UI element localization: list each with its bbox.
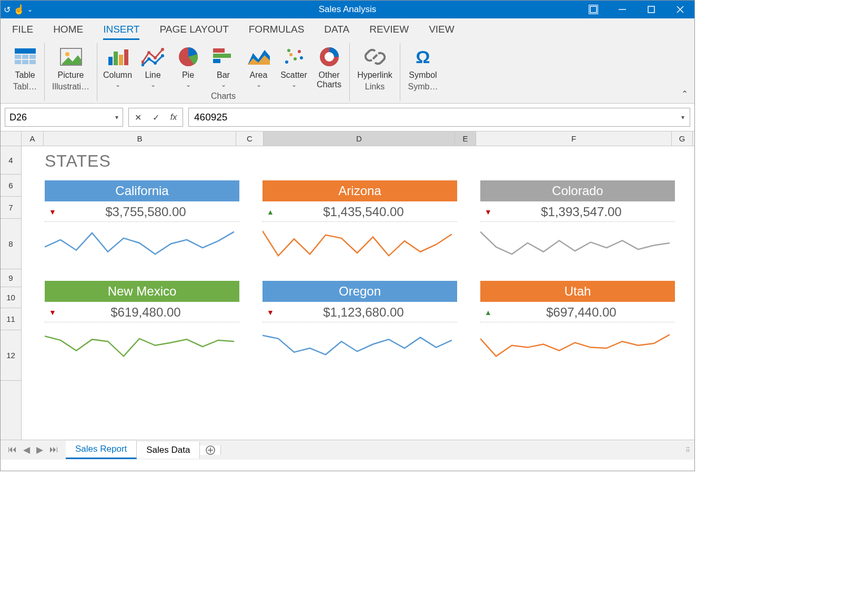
svg-point-14 (65, 52, 69, 56)
svg-rect-15 (108, 57, 113, 65)
scatter-chart-button[interactable]: Scatter⌄ (279, 43, 309, 89)
col-header[interactable]: F (476, 131, 672, 146)
name-box[interactable]: D26▾ (5, 108, 123, 127)
tab-insert[interactable]: INSERT (103, 24, 139, 40)
row-header[interactable]: 7 (1, 197, 21, 219)
fx-icon[interactable]: fx (165, 113, 183, 122)
row-header[interactable]: 8 (1, 219, 21, 269)
column-chart-button[interactable]: Column⌄ (103, 43, 133, 89)
sparkline-chart (480, 222, 675, 266)
enter-formula-button[interactable]: ✓ (147, 113, 165, 123)
next-sheet-button[interactable]: ▶ (34, 444, 45, 455)
tab-view[interactable]: VIEW (429, 24, 455, 40)
row-header[interactable]: 10 (1, 287, 21, 308)
trend-arrow-icon: ▼ (49, 308, 56, 317)
card-amount: $3,755,580.00 (56, 205, 235, 219)
row-header[interactable]: 9 (1, 269, 21, 287)
trend-arrow-icon: ▼ (49, 207, 56, 217)
page-title: STATES (45, 151, 689, 171)
card-value-row: ▲ $697,440.00 (480, 302, 675, 322)
ribbon-display-options[interactable] (579, 1, 608, 18)
table-icon (14, 45, 37, 68)
svg-rect-29 (213, 54, 231, 58)
row-header[interactable]: 4 (1, 146, 21, 175)
row-headers: 4 6 7 8 9 10 11 12 (1, 146, 22, 440)
col-header[interactable]: E (455, 131, 476, 146)
tab-file[interactable]: FILE (12, 24, 33, 40)
group-illustrations-label: Illustrati… (50, 82, 92, 92)
tab-data[interactable]: DATA (324, 24, 349, 40)
chevron-down-icon: ⌄ (256, 81, 261, 88)
row-header[interactable]: 6 (1, 175, 21, 197)
svg-rect-7 (15, 55, 21, 59)
column-chart-icon (106, 45, 129, 68)
tab-formulas[interactable]: FORMULAS (249, 24, 305, 40)
pie-chart-button[interactable]: Pie⌄ (173, 43, 203, 89)
card-header: Oregon (263, 281, 457, 302)
col-header[interactable]: D (264, 131, 455, 146)
other-charts-button[interactable]: Other Charts (314, 43, 344, 89)
card-value-row: ▼ $3,755,580.00 (45, 201, 239, 222)
sparkline-chart (263, 322, 457, 367)
svg-rect-3 (648, 6, 654, 13)
chevron-down-icon[interactable]: ▾ (681, 114, 684, 121)
touch-mode-icon[interactable]: ☝ (13, 4, 25, 15)
select-all-cell[interactable] (1, 131, 22, 146)
sparkline-chart (45, 322, 239, 367)
table-button[interactable]: Table (11, 43, 39, 80)
resize-grip-icon[interactable]: ⠿ (685, 446, 694, 454)
card-header: Colorado (480, 180, 675, 201)
maximize-button[interactable] (637, 1, 665, 18)
svg-point-34 (289, 53, 292, 56)
tab-review[interactable]: REVIEW (369, 24, 409, 40)
area-chart-button[interactable]: Area⌄ (244, 43, 274, 89)
svg-rect-28 (213, 48, 225, 53)
chevron-down-icon: ⌄ (291, 81, 297, 88)
sheet-tab-sales-report[interactable]: Sales Report (66, 441, 137, 459)
group-links-label: Links (355, 82, 395, 92)
formula-input[interactable]: 460925▾ (188, 108, 690, 127)
sheet-tab-sales-data[interactable]: Sales Data (137, 442, 200, 459)
hyperlink-button[interactable]: Hyperlink (355, 43, 395, 80)
chevron-down-icon[interactable]: ▾ (115, 114, 118, 121)
svg-rect-6 (15, 48, 36, 54)
last-sheet-button[interactable]: ⏭ (47, 444, 60, 455)
card-header: Utah (480, 281, 675, 302)
svg-rect-30 (213, 59, 220, 63)
row-header[interactable]: 12 (1, 330, 21, 381)
formula-bar: D26▾ ✕ ✓ fx 460925▾ (1, 104, 694, 131)
minimize-button[interactable] (608, 1, 637, 18)
svg-rect-10 (15, 60, 21, 64)
add-sheet-button[interactable] (200, 445, 221, 455)
worksheet-grid[interactable]: 4 6 7 8 9 10 11 12 STATES California ▼ $… (1, 146, 694, 440)
svg-rect-0 (590, 6, 597, 13)
sheet-tab-bar: ⏮ ◀ ▶ ⏭ Sales Report Sales Data ⠿ (1, 440, 694, 460)
ribbon-tabs: FILE HOME INSERT PAGE LAYOUT FORMULAS DA… (1, 18, 694, 40)
svg-rect-8 (22, 55, 28, 59)
col-header[interactable]: A (22, 131, 44, 146)
quickaccess-dropdown-icon[interactable]: ⌄ (27, 6, 33, 13)
tab-home[interactable]: HOME (53, 24, 83, 40)
col-header[interactable]: G (672, 131, 693, 146)
picture-button[interactable]: Picture (50, 43, 92, 80)
col-header[interactable]: C (236, 131, 264, 146)
card-amount: $1,435,540.00 (274, 205, 453, 219)
svg-point-26 (161, 54, 164, 57)
svg-rect-9 (29, 55, 36, 59)
tab-page-layout[interactable]: PAGE LAYOUT (159, 24, 228, 40)
collapse-ribbon-icon[interactable]: ⌃ (681, 89, 688, 99)
first-sheet-button[interactable]: ⏮ (6, 444, 19, 455)
bar-chart-button[interactable]: Bar⌄ (208, 43, 238, 89)
svg-point-40 (325, 52, 334, 62)
col-header[interactable]: B (44, 131, 236, 146)
card-amount: $697,440.00 (492, 305, 671, 320)
card-amount: $619,480.00 (56, 305, 235, 320)
cancel-formula-button[interactable]: ✕ (129, 113, 147, 123)
symbol-button[interactable]: ΩSymbol (406, 43, 440, 80)
line-chart-button[interactable]: Line⌄ (138, 43, 168, 89)
scatter-chart-icon (282, 45, 306, 68)
close-button[interactable] (665, 1, 694, 18)
quickaccess-item[interactable]: ↺ (4, 5, 11, 15)
row-header[interactable]: 11 (1, 308, 21, 330)
prev-sheet-button[interactable]: ◀ (21, 444, 32, 455)
